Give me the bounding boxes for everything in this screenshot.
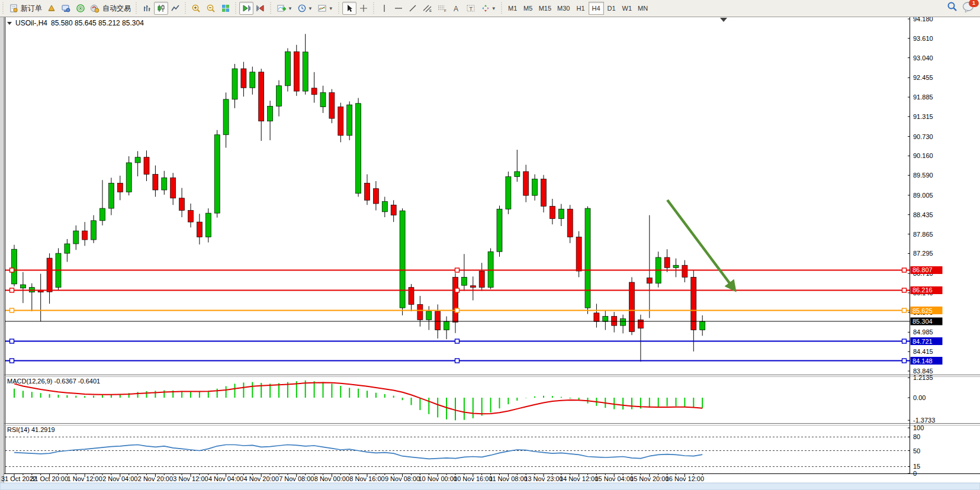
notification-badge: 1 [969, 0, 979, 7]
candle-body [479, 271, 484, 288]
timeframe-h4-button[interactable]: H4 [589, 2, 604, 15]
line-handle[interactable] [902, 268, 907, 272]
chart-legend: USOil-,H4 85.580 85.645 85.212 85.304 [7, 19, 144, 27]
candle-body [426, 311, 432, 320]
text-tool-button[interactable]: A [449, 2, 464, 15]
trading-platform-window: 新订单 自动交易 [0, 0, 980, 490]
candle-body [532, 179, 538, 196]
indicators-caret-icon: ▼ [288, 6, 293, 11]
tile-windows-button[interactable] [219, 2, 233, 15]
candle-body [153, 175, 158, 190]
timeframe-h1-button[interactable]: H1 [573, 2, 589, 15]
cursor-arrow-icon [345, 4, 354, 13]
equidistant-channel-tool-button[interactable]: E [420, 2, 435, 15]
toolbar-grip [135, 2, 138, 14]
timeframe-m15-button[interactable]: M15 [536, 2, 554, 15]
rsi-axis-tick-label: 50 [913, 447, 920, 454]
templates-icon [317, 4, 327, 13]
candle-body [444, 321, 449, 330]
line-handle[interactable] [902, 359, 907, 363]
time-axis-label: 3 Nov 12:00 [173, 475, 208, 482]
chart-shift-button[interactable] [253, 2, 268, 15]
chart-shift-marker[interactable] [720, 18, 727, 22]
price-axis-tick-label: 92.455 [913, 74, 933, 81]
candle-body [373, 189, 378, 204]
line-handle[interactable] [10, 268, 14, 272]
signals-button[interactable] [73, 2, 88, 15]
price-axis-tick-label: 91.885 [913, 94, 933, 101]
candlestick-mode-button[interactable] [154, 2, 168, 15]
line-handle[interactable] [455, 268, 460, 272]
templates-button[interactable]: ▼ [315, 2, 336, 15]
rsi-label: RSI(14) 41.2919 [7, 426, 55, 433]
candle-body [621, 319, 626, 326]
candle-body [594, 313, 599, 321]
periods-button[interactable]: ▼ [295, 2, 315, 15]
price-tag-label: 86.216 [912, 286, 933, 294]
candle-body [365, 183, 370, 200]
time-axis-label: 2 Nov 20:00 [138, 475, 173, 482]
line-handle[interactable] [10, 339, 14, 343]
line-handle[interactable] [10, 359, 14, 363]
line-handle[interactable] [902, 288, 907, 292]
toolbar-right-icons: 1 [947, 1, 976, 14]
trendline-tool-button[interactable] [406, 2, 420, 15]
vertical-line-tool-button[interactable] [377, 2, 391, 15]
candle-body [179, 198, 185, 211]
auto-trading-button[interactable]: 自动交易 [88, 2, 133, 15]
trend-arrow-annotation[interactable] [667, 200, 734, 289]
zoom-in-button[interactable] [189, 2, 204, 15]
candle-body [214, 135, 220, 213]
line-handle[interactable] [455, 308, 460, 312]
candle-body [391, 205, 396, 215]
candle-body [567, 209, 573, 237]
candle-body [356, 104, 361, 194]
timeframe-m5-button[interactable]: M5 [520, 2, 536, 15]
time-axis-label: 4 Nov 04:00 [208, 475, 243, 482]
line-handle[interactable] [10, 288, 14, 292]
price-axis-tick-label: 87.295 [913, 250, 933, 257]
bar-chart-icon [142, 4, 152, 13]
timeframe-w1-button[interactable]: W1 [619, 2, 635, 15]
indicators-button[interactable]: ▼ [274, 2, 295, 15]
timeframe-m30-button[interactable]: M30 [554, 2, 573, 15]
timeframe-d1-button[interactable]: D1 [604, 2, 619, 15]
rsi-axis-tick-label: 80 [913, 433, 920, 440]
cursor-tool-button[interactable] [342, 2, 356, 15]
timeframe-m1-button[interactable]: M1 [505, 2, 520, 15]
candle-body [117, 183, 123, 192]
line-handle[interactable] [10, 308, 14, 312]
text-label-tool-button[interactable]: T [464, 2, 478, 15]
candle-body [585, 208, 590, 308]
search-icon[interactable] [947, 1, 957, 14]
market-watch-button[interactable] [44, 2, 59, 15]
line-handle[interactable] [455, 359, 460, 363]
auto-scroll-button[interactable] [239, 2, 253, 15]
line-handle[interactable] [455, 288, 460, 292]
candle-body [497, 209, 502, 252]
fibonacci-tool-button[interactable]: F [435, 2, 449, 15]
clock-icon [297, 4, 307, 13]
line-handle[interactable] [902, 308, 907, 312]
horizontal-line-tool-button[interactable] [391, 2, 406, 15]
periods-caret-icon: ▼ [308, 6, 313, 11]
time-axis-label: 15 Nov 20:00 [630, 475, 669, 482]
chat-button[interactable]: 1 [962, 1, 976, 14]
zoom-out-button[interactable] [204, 2, 219, 15]
bar-chart-mode-button[interactable] [140, 2, 154, 15]
candle-body [232, 69, 237, 99]
candle-body [223, 99, 229, 135]
terminal-button[interactable] [59, 2, 73, 15]
timeframe-mn-button[interactable]: MN [635, 2, 651, 15]
line-chart-mode-button[interactable] [168, 2, 182, 15]
new-order-button[interactable]: 新订单 [7, 2, 44, 15]
svg-text:E: E [429, 9, 432, 12]
symbol-dropdown-icon[interactable] [7, 22, 12, 25]
macd-axis-tick-label: 1.2135 [913, 374, 933, 381]
toolbar-grip [234, 2, 237, 14]
crosshair-tool-button[interactable] [356, 2, 371, 15]
line-handle[interactable] [455, 339, 460, 343]
candle-body [523, 172, 529, 195]
line-handle[interactable] [902, 339, 907, 343]
arrows-tool-button[interactable]: ▼ [478, 2, 499, 15]
